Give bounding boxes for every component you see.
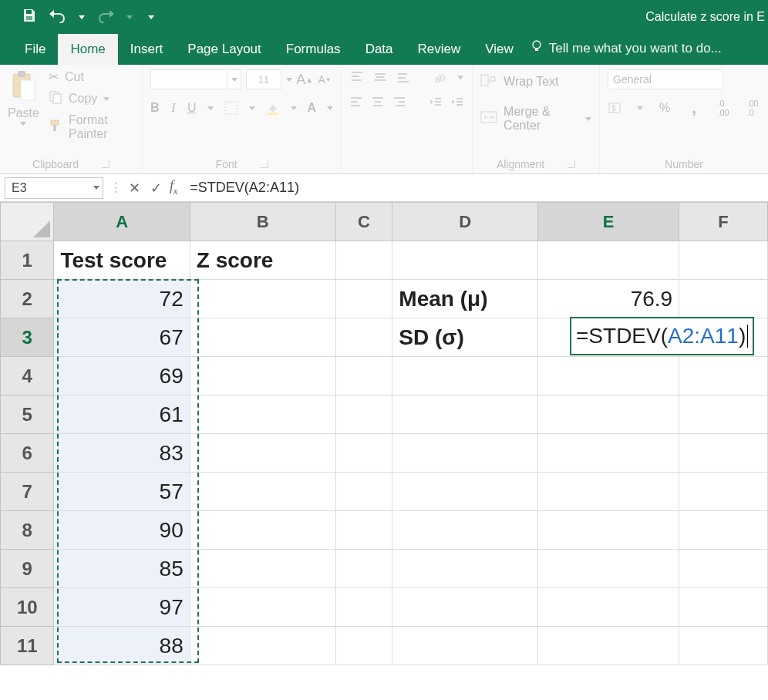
tab-home[interactable]: Home — [58, 34, 117, 65]
qat-customize-icon[interactable] — [148, 15, 154, 19]
merge-dropdown-icon[interactable] — [585, 117, 591, 121]
cell-F11[interactable] — [679, 627, 768, 665]
number-format-select[interactable]: General — [608, 69, 723, 89]
row-header-4[interactable]: 4 — [1, 357, 54, 395]
cell-A2[interactable]: 72 — [54, 280, 190, 318]
tab-review[interactable]: Review — [406, 34, 473, 65]
cell-C10[interactable] — [335, 588, 392, 627]
cell-C4[interactable] — [335, 357, 392, 395]
cell-A4[interactable]: 69 — [54, 357, 190, 395]
cell-E9[interactable] — [537, 550, 679, 588]
underline-icon[interactable]: U — [187, 100, 197, 116]
cell-E10[interactable] — [537, 588, 679, 627]
align-bottom-icon[interactable] — [396, 69, 411, 85]
italic-icon[interactable]: I — [170, 100, 177, 116]
bold-icon[interactable]: B — [150, 100, 160, 116]
cell-F6[interactable] — [679, 434, 768, 473]
cell-D1[interactable] — [392, 241, 538, 280]
formula-bar-input[interactable]: =STDEV(A2:A11) — [182, 180, 768, 196]
cell-A3[interactable]: 67 — [54, 318, 190, 357]
tab-view[interactable]: View — [473, 34, 526, 65]
underline-dropdown-icon[interactable] — [207, 106, 214, 110]
cell-D10[interactable] — [392, 588, 538, 627]
cell-B2[interactable] — [190, 280, 335, 318]
alignment-launcher-icon[interactable] — [568, 160, 575, 168]
font-color-dropdown-icon[interactable] — [327, 106, 333, 110]
paste-dropdown-icon[interactable] — [20, 122, 26, 126]
tab-page-layout[interactable]: Page Layout — [175, 34, 273, 65]
cell-C11[interactable] — [335, 627, 392, 665]
align-center-icon[interactable] — [371, 94, 385, 109]
cut-button[interactable]: ✂ Cut — [49, 69, 134, 84]
cell-B7[interactable] — [190, 473, 335, 511]
cell-D8[interactable] — [392, 511, 538, 550]
font-size-dropdown-icon[interactable] — [286, 78, 292, 82]
row-header-7[interactable]: 7 — [1, 473, 54, 511]
cell-F8[interactable] — [679, 511, 768, 550]
shrink-font-icon[interactable]: A▼ — [317, 72, 332, 87]
col-header-F[interactable]: F — [679, 203, 768, 241]
col-header-E[interactable]: E — [537, 203, 679, 241]
row-header-10[interactable]: 10 — [1, 588, 54, 627]
fill-color-icon[interactable] — [266, 100, 280, 116]
cell-F7[interactable] — [679, 473, 768, 511]
row-header-8[interactable]: 8 — [1, 511, 54, 550]
decrease-indent-icon[interactable] — [429, 94, 443, 109]
tab-formulas[interactable]: Formulas — [274, 34, 353, 65]
align-top-icon[interactable] — [349, 69, 365, 85]
font-name-select[interactable] — [150, 69, 241, 89]
col-header-C[interactable]: C — [335, 203, 392, 241]
cell-B6[interactable] — [190, 434, 335, 473]
font-size-select[interactable]: 11 — [246, 69, 281, 89]
cell-D5[interactable] — [392, 395, 538, 434]
copy-button[interactable]: Copy — [49, 90, 134, 107]
cell-D7[interactable] — [392, 473, 538, 511]
align-right-icon[interactable] — [392, 94, 406, 109]
cell-A1[interactable]: Test score — [54, 241, 190, 280]
cell-B5[interactable] — [190, 395, 335, 434]
row-header-1[interactable]: 1 — [1, 241, 54, 280]
cell-A5[interactable]: 61 — [54, 395, 190, 434]
cell-C1[interactable] — [335, 241, 392, 280]
cancel-formula-icon[interactable]: ✕ — [123, 180, 145, 197]
cell-C5[interactable] — [335, 395, 392, 434]
cell-D9[interactable] — [392, 550, 538, 588]
undo-dropdown-icon[interactable] — [79, 15, 85, 19]
wrap-text-button[interactable]: Wrap Text — [480, 72, 591, 91]
borders-dropdown-icon[interactable] — [249, 106, 255, 110]
name-box[interactable]: E3 — [5, 177, 103, 199]
clipboard-launcher-icon[interactable] — [102, 160, 109, 168]
save-icon[interactable] — [22, 8, 37, 26]
undo-icon[interactable] — [48, 8, 68, 26]
tab-file[interactable]: File — [12, 34, 58, 65]
worksheet-grid[interactable]: ABCDEF1Test scoreZ score272Mean (μ)76.93… — [0, 202, 768, 665]
cell-E6[interactable] — [537, 434, 679, 473]
cell-B1[interactable]: Z score — [190, 241, 335, 280]
cell-A7[interactable]: 57 — [54, 473, 190, 511]
fx-icon[interactable]: fx — [167, 178, 182, 197]
cell-D3[interactable]: SD (σ) — [392, 318, 538, 357]
cell-B10[interactable] — [190, 588, 335, 627]
orientation-icon[interactable]: ab — [434, 69, 450, 85]
cell-E1[interactable] — [537, 241, 679, 280]
cell-F10[interactable] — [679, 588, 768, 627]
font-launcher-icon[interactable] — [261, 160, 268, 168]
cell-F1[interactable] — [679, 241, 768, 280]
decrease-decimal-icon[interactable]: .00.0 — [745, 100, 760, 116]
cell-A6[interactable]: 83 — [54, 434, 190, 473]
tab-data[interactable]: Data — [353, 34, 406, 65]
cell-B9[interactable] — [190, 550, 335, 588]
row-header-5[interactable]: 5 — [1, 395, 54, 434]
format-painter-button[interactable]: Format Painter — [49, 113, 134, 141]
increase-decimal-icon[interactable]: .0.00 — [716, 100, 731, 116]
align-middle-icon[interactable] — [372, 69, 388, 85]
cell-A8[interactable]: 90 — [54, 511, 190, 550]
font-color-icon[interactable]: A — [308, 100, 317, 116]
borders-icon[interactable] — [224, 100, 238, 116]
col-header-A[interactable]: A — [54, 203, 190, 241]
cell-E4[interactable] — [537, 357, 679, 395]
cell-F9[interactable] — [679, 550, 768, 588]
orientation-dropdown-icon[interactable] — [457, 76, 463, 79]
accept-formula-icon[interactable]: ✓ — [145, 180, 167, 197]
col-header-B[interactable]: B — [190, 203, 335, 241]
